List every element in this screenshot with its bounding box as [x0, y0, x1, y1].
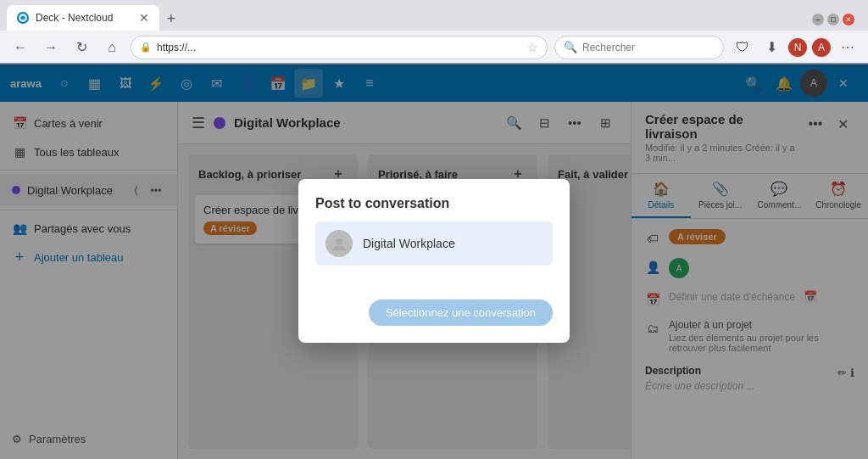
home-button[interactable]: ⌂ [100, 36, 124, 59]
extension-icon-5[interactable]: ⋯ [836, 36, 860, 59]
bookmark-icon[interactable]: ☆ [527, 41, 538, 54]
modal-option-digital-workplace[interactable]: Digital Workplace [315, 221, 553, 266]
window-maximize-button[interactable]: □ [827, 14, 839, 25]
search-icon: 🔍 [564, 41, 577, 53]
new-tab-button[interactable]: + [159, 7, 183, 31]
window-minimize-button[interactable]: – [812, 14, 824, 25]
forward-button[interactable]: → [39, 36, 63, 59]
address-url: https://... [157, 42, 522, 53]
modal-body: Digital Workplace [298, 221, 570, 289]
modal-footer: Sélectionnez une conversation [298, 289, 570, 343]
browser-tab[interactable]: Deck - Nextcloud ✕ [7, 5, 159, 31]
window-close-button[interactable]: ✕ [843, 14, 854, 25]
extension-icon-4[interactable]: A [812, 38, 831, 57]
reload-button[interactable]: ↻ [70, 36, 93, 59]
modal-option-avatar [326, 230, 353, 257]
modal-overlay[interactable]: Post to conversation Digital Workplace S… [0, 63, 868, 459]
svg-point-1 [336, 238, 342, 245]
tab-close-button[interactable]: ✕ [139, 11, 149, 25]
back-button[interactable]: ← [8, 36, 32, 59]
post-to-conversation-modal: Post to conversation Digital Workplace S… [298, 179, 570, 343]
search-bar[interactable]: 🔍 [554, 36, 724, 59]
modal-submit-button[interactable]: Sélectionnez une conversation [369, 299, 553, 326]
browser-toolbar: ← → ↻ ⌂ 🔒 https://... ☆ 🔍 🛡 ⬇ N A ⋯ [0, 31, 868, 64]
address-bar[interactable]: 🔒 https://... ☆ [131, 36, 548, 59]
modal-title: Post to conversation [298, 179, 570, 221]
browser-icons: 🛡 ⬇ N A ⋯ [731, 36, 860, 59]
extension-icon-2[interactable]: ⬇ [760, 36, 783, 59]
extension-icon-1[interactable]: 🛡 [731, 36, 754, 59]
tab-title: Deck - Nextcloud [36, 12, 113, 24]
modal-option-label: Digital Workplace [363, 237, 455, 250]
lock-icon: 🔒 [140, 42, 152, 53]
tab-favicon [17, 12, 29, 24]
search-input[interactable] [582, 42, 715, 53]
extension-icon-3[interactable]: N [788, 38, 807, 57]
